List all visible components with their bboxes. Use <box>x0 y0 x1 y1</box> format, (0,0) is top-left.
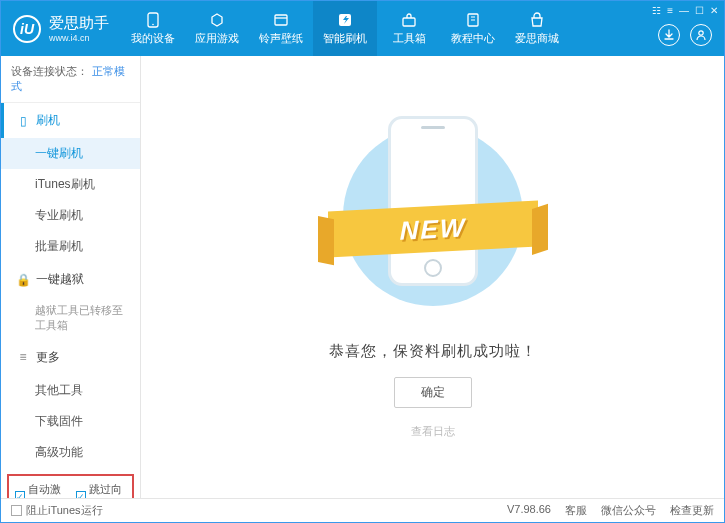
check-update-link[interactable]: 检查更新 <box>670 503 714 518</box>
svg-rect-2 <box>275 15 287 25</box>
nav-label: 教程中心 <box>451 31 495 46</box>
block-itunes-checkbox[interactable]: 阻止iTunes运行 <box>11 503 103 518</box>
toolbox-icon <box>400 11 418 29</box>
nav-tab-2[interactable]: 铃声壁纸 <box>249 1 313 56</box>
success-message: 恭喜您，保资料刷机成功啦！ <box>329 342 537 361</box>
main-nav: 我的设备应用游戏铃声壁纸智能刷机工具箱教程中心爱思商城 <box>121 1 569 56</box>
layout-button[interactable]: ☷ <box>652 5 661 16</box>
sidebar-section-2[interactable]: ≡更多 <box>1 340 140 375</box>
store-icon <box>528 11 546 29</box>
window-controls: ☷ ≡ — ☐ ✕ <box>652 5 718 16</box>
nav-tab-1[interactable]: 应用游戏 <box>185 1 249 56</box>
nav-tab-3[interactable]: 智能刷机 <box>313 1 377 56</box>
nav-tab-4[interactable]: 工具箱 <box>377 1 441 56</box>
sidebar-section-label: 更多 <box>36 349 60 366</box>
close-button[interactable]: ✕ <box>710 5 718 16</box>
connection-status: 设备连接状态：正常模式 <box>1 56 140 103</box>
logo: iU 爱思助手 www.i4.cn <box>1 14 121 43</box>
main-content: NEW 恭喜您，保资料刷机成功啦！ 确定 查看日志 <box>141 56 724 498</box>
title-bar: iU 爱思助手 www.i4.cn 我的设备应用游戏铃声壁纸智能刷机工具箱教程中… <box>1 1 724 56</box>
version-label: V7.98.66 <box>507 503 551 518</box>
svg-point-1 <box>152 24 154 26</box>
sidebar-note: 越狱工具已转移至 工具箱 <box>1 297 140 340</box>
sidebar-item[interactable]: 其他工具 <box>1 375 140 406</box>
menu-icon: ≡ <box>16 350 30 364</box>
status-bar: 阻止iTunes运行 V7.98.66 客服 微信公众号 检查更新 <box>1 498 724 522</box>
sidebar-item[interactable]: 专业刷机 <box>1 200 140 231</box>
sidebar-section-label: 刷机 <box>36 112 60 129</box>
phone-icon: ▯ <box>16 114 30 128</box>
nav-label: 铃声壁纸 <box>259 31 303 46</box>
flash-icon <box>336 11 354 29</box>
confirm-button[interactable]: 确定 <box>394 377 472 408</box>
sidebar-section-label: 一键越狱 <box>36 271 84 288</box>
menu-button[interactable]: ≡ <box>667 5 673 16</box>
nav-label: 工具箱 <box>393 31 426 46</box>
app-name: 爱思助手 <box>49 14 109 33</box>
nav-label: 爱思商城 <box>515 31 559 46</box>
maximize-button[interactable]: ☐ <box>695 5 704 16</box>
logo-icon: iU <box>13 15 41 43</box>
nav-tab-6[interactable]: 爱思商城 <box>505 1 569 56</box>
sidebar-item[interactable]: 一键刷机 <box>1 138 140 169</box>
skip-guide-checkbox[interactable]: ✓跳过向导 <box>76 482 127 498</box>
auto-activate-checkbox[interactable]: ✓自动激活 <box>15 482 66 498</box>
sidebar-section-0[interactable]: ▯刷机 <box>1 103 140 138</box>
minimize-button[interactable]: — <box>679 5 689 16</box>
phone-icon <box>144 11 162 29</box>
nav-tab-5[interactable]: 教程中心 <box>441 1 505 56</box>
book-icon <box>464 11 482 29</box>
sidebar-item[interactable]: 高级功能 <box>1 437 140 468</box>
sidebar-section-1[interactable]: 🔒一键越狱 <box>1 262 140 297</box>
wechat-link[interactable]: 微信公众号 <box>601 503 656 518</box>
nav-label: 智能刷机 <box>323 31 367 46</box>
nav-label: 我的设备 <box>131 31 175 46</box>
download-button[interactable] <box>658 24 680 46</box>
lock-icon: 🔒 <box>16 273 30 287</box>
svg-point-6 <box>699 31 703 35</box>
sidebar-item[interactable]: iTunes刷机 <box>1 169 140 200</box>
sidebar-item[interactable]: 下载固件 <box>1 406 140 437</box>
success-illustration: NEW <box>333 116 533 316</box>
view-log-link[interactable]: 查看日志 <box>411 424 455 439</box>
svg-rect-4 <box>403 18 415 26</box>
nav-tab-0[interactable]: 我的设备 <box>121 1 185 56</box>
user-button[interactable] <box>690 24 712 46</box>
support-link[interactable]: 客服 <box>565 503 587 518</box>
options-highlight: ✓自动激活 ✓跳过向导 <box>7 474 134 498</box>
sidebar: 设备连接状态：正常模式 ▯刷机一键刷机iTunes刷机专业刷机批量刷机🔒一键越狱… <box>1 56 141 498</box>
apps-icon <box>208 11 226 29</box>
media-icon <box>272 11 290 29</box>
nav-label: 应用游戏 <box>195 31 239 46</box>
app-url: www.i4.cn <box>49 33 109 43</box>
sidebar-item[interactable]: 批量刷机 <box>1 231 140 262</box>
